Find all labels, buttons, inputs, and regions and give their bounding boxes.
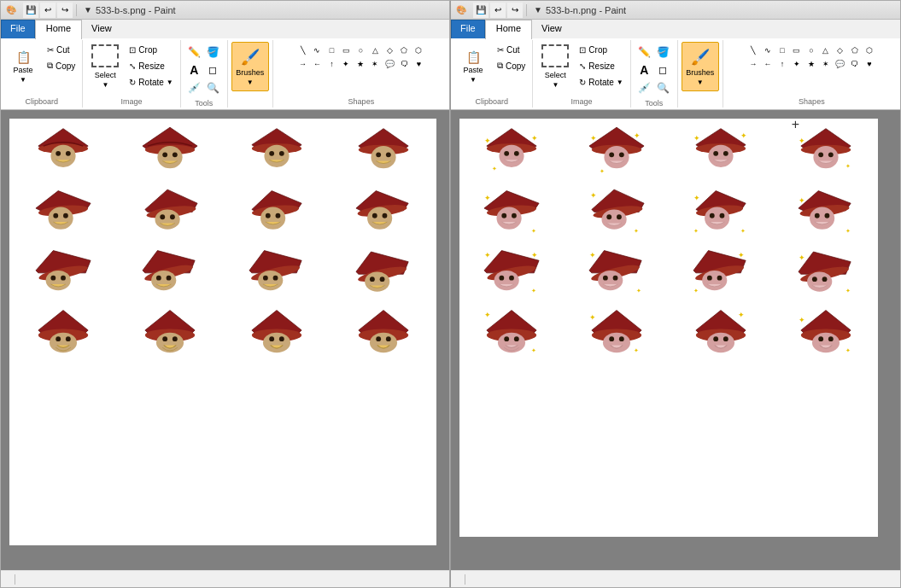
svg-point-14 xyxy=(278,151,284,156)
shape-arrow-right[interactable]: → xyxy=(296,57,309,70)
qa-dropdown-right[interactable]: ▼ xyxy=(530,3,546,18)
shape-diamond[interactable]: ◇ xyxy=(383,44,396,56)
shape-round-rect[interactable]: ▭ xyxy=(340,44,353,56)
select-btn-right[interactable]: Select ▼ xyxy=(536,42,574,91)
shape-diamond-r[interactable]: ◇ xyxy=(834,44,846,56)
shape-arrow-right-r[interactable]: → xyxy=(746,57,759,70)
shape-star6[interactable]: ✶ xyxy=(369,57,382,70)
svg-point-72 xyxy=(262,333,290,352)
shape-star5[interactable]: ★ xyxy=(354,57,367,70)
image-col-left: ⊡ Crop ⤡ Resize ↻ Rotate ▼ xyxy=(126,42,176,90)
shape-arrow-up[interactable]: ↑ xyxy=(325,57,338,70)
svg-text:✦: ✦ xyxy=(532,227,537,235)
shape-curve-r[interactable]: ∿ xyxy=(761,44,774,56)
shape-pentagon[interactable]: ⬠ xyxy=(398,44,411,56)
shape-star6-r[interactable]: ✶ xyxy=(819,57,832,70)
sprite-0-2 xyxy=(223,119,330,178)
shape-callout2[interactable]: 🗨 xyxy=(398,57,411,70)
redo-btn-left[interactable]: ↪ xyxy=(57,3,73,18)
brushes-icon-left: 🖌️ xyxy=(241,48,260,67)
qa-dropdown[interactable]: ▼ xyxy=(80,3,96,18)
zoom-btn-right[interactable]: 🔍 xyxy=(655,79,671,96)
svg-text:✦: ✦ xyxy=(693,194,700,202)
select-btn-left[interactable]: Select ▼ xyxy=(86,42,124,91)
svg-point-163 xyxy=(807,271,832,291)
undo-btn-right[interactable]: ↩ xyxy=(490,3,506,18)
shape-arrow-up-r[interactable]: ↑ xyxy=(775,57,788,70)
shape-triangle[interactable]: △ xyxy=(369,44,382,56)
shape-star4-r[interactable]: ✦ xyxy=(790,57,803,70)
fill-btn-left[interactable]: 🪣 xyxy=(205,44,221,60)
text-btn-right[interactable]: A xyxy=(636,61,652,78)
tab-file-left[interactable]: File xyxy=(1,20,35,38)
shape-star4[interactable]: ✦ xyxy=(340,57,353,70)
shape-triangle-r[interactable]: △ xyxy=(819,44,832,56)
shape-callout2-r[interactable]: 🗨 xyxy=(848,57,861,70)
shape-pentagon-r[interactable]: ⬠ xyxy=(848,44,861,56)
paste-btn-left[interactable]: 📋 Paste ▼ xyxy=(4,42,42,91)
shape-hexagon-r[interactable]: ⬡ xyxy=(863,44,875,56)
shape-arrow-left[interactable]: ← xyxy=(311,57,324,70)
tools-label-left: Tools xyxy=(195,99,213,108)
crop-btn-right[interactable]: ⊡ Crop xyxy=(576,42,626,57)
brushes-btn-right[interactable]: 🖌️ Brushes ▼ xyxy=(682,42,719,91)
shape-callout1[interactable]: 💬 xyxy=(383,57,396,70)
shape-curve[interactable]: ∿ xyxy=(311,44,324,56)
sprite-1-2 xyxy=(223,178,330,238)
svg-point-190 xyxy=(812,333,840,352)
tools-label-right: Tools xyxy=(645,99,663,108)
clipboard-group-right: 📋 Paste ▼ ✂ Cut ⧉ Copy xyxy=(451,40,533,108)
left-canvas-area[interactable] xyxy=(1,110,449,570)
shape-arrow-left-r[interactable]: ← xyxy=(761,57,774,70)
cut-btn-right[interactable]: ✂ Cut xyxy=(494,42,529,57)
tab-view-right[interactable]: View xyxy=(532,20,571,38)
undo-btn-left[interactable]: ↩ xyxy=(40,3,56,18)
pencil-btn-left[interactable]: ✏️ xyxy=(186,44,202,60)
rotate-btn-left[interactable]: ↻ Rotate ▼ xyxy=(126,74,176,90)
redo-btn-right[interactable]: ↪ xyxy=(507,3,523,18)
image-content-left: Select ▼ ⊡ Crop ⤡ Resize xyxy=(86,42,176,96)
eraser-btn-right[interactable]: ◻ xyxy=(655,61,671,78)
shape-round-rect-r[interactable]: ▭ xyxy=(790,44,803,56)
sprite-2-0 xyxy=(9,238,116,298)
crop-btn-left[interactable]: ⊡ Crop xyxy=(126,42,176,57)
tab-file-right[interactable]: File xyxy=(451,20,485,38)
picker-btn-right[interactable]: 💉 xyxy=(636,79,652,96)
shiny-sprite-3-1: ✦ ✦ xyxy=(565,298,670,358)
shape-heart[interactable]: ♥ xyxy=(412,57,425,70)
right-canvas-area[interactable]: + ✦ ✦ xyxy=(451,110,900,570)
shape-line[interactable]: ╲ xyxy=(296,44,309,56)
text-btn-left[interactable]: A xyxy=(186,61,202,78)
resize-btn-right[interactable]: ⤡ Resize xyxy=(576,58,626,73)
shape-rect[interactable]: □ xyxy=(325,44,338,56)
save-btn-right[interactable]: 💾 xyxy=(473,3,489,18)
zoom-btn-left[interactable]: 🔍 xyxy=(205,79,221,96)
shape-hexagon[interactable]: ⬡ xyxy=(412,44,425,56)
shape-star5-r[interactable]: ★ xyxy=(804,57,817,70)
resize-btn-left[interactable]: ⤡ Resize xyxy=(126,58,176,73)
tab-home-left[interactable]: Home xyxy=(35,20,82,39)
svg-point-32 xyxy=(260,207,285,230)
shape-ellipse-r[interactable]: ○ xyxy=(804,44,817,56)
shiny-sprite-0-2: ✦ ✦ xyxy=(669,119,774,178)
paste-btn-right[interactable]: 📋 Paste ▼ xyxy=(454,42,492,91)
tab-home-right[interactable]: Home xyxy=(485,20,532,39)
brushes-btn-left[interactable]: 🖌️ Brushes ▼ xyxy=(231,42,269,91)
save-btn-left[interactable]: 💾 xyxy=(23,3,38,18)
cut-btn-left[interactable]: ✂ Cut xyxy=(44,42,79,57)
picker-btn-left[interactable]: 💉 xyxy=(186,79,202,96)
svg-point-27 xyxy=(155,209,179,229)
shape-ellipse[interactable]: ○ xyxy=(354,44,367,56)
shape-rect-r[interactable]: □ xyxy=(775,44,788,56)
shape-heart-r[interactable]: ♥ xyxy=(863,57,875,70)
copy-btn-right[interactable]: ⧉ Copy xyxy=(494,58,529,73)
pencil-btn-right[interactable]: ✏️ xyxy=(636,44,652,60)
eraser-btn-left[interactable]: ◻ xyxy=(205,61,221,78)
tab-view-left[interactable]: View xyxy=(82,20,121,38)
shape-callout1-r[interactable]: 💬 xyxy=(834,57,846,70)
fill-btn-right[interactable]: 🪣 xyxy=(655,44,671,60)
svg-point-29 xyxy=(170,214,175,219)
copy-btn-left[interactable]: ⧉ Copy xyxy=(44,58,79,73)
shape-line-r[interactable]: ╲ xyxy=(746,44,759,56)
rotate-btn-right[interactable]: ↻ Rotate ▼ xyxy=(576,74,626,90)
